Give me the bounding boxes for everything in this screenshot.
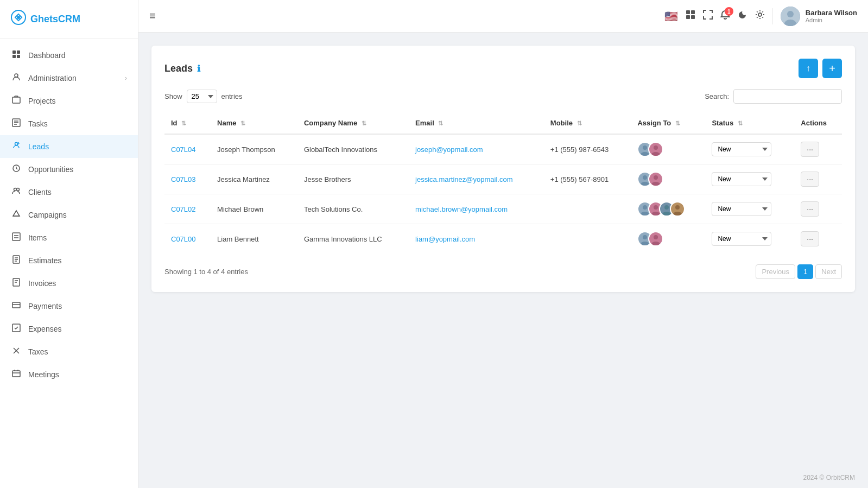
table-row: C07L03Jessica MartinezJesse Brothersjess… (164, 164, 842, 194)
sidebar-item-items[interactable]: Items (0, 226, 138, 249)
grid-icon[interactable] (686, 10, 695, 22)
footer-text: 2024 © OrbitCRM (803, 474, 855, 481)
svg-point-30 (641, 152, 649, 156)
more-actions-button-0[interactable]: ··· (801, 142, 819, 157)
lead-id-C07L03[interactable]: C07L03 (171, 175, 196, 183)
svg-point-46 (641, 242, 649, 245)
sidebar-item-taxes[interactable]: Taxes (0, 340, 138, 363)
lead-status-3[interactable]: NewContactedQualifiedConvertedLost (705, 224, 794, 254)
sidebar-item-clients[interactable]: Clients (0, 181, 138, 204)
svg-point-32 (651, 152, 660, 156)
show-entries: Show 10 25 50 100 entries (164, 90, 243, 103)
th-status[interactable]: Status ⇅ (705, 112, 794, 134)
lead-actions-1[interactable]: ··· (794, 164, 842, 194)
sidebar-item-estimates[interactable]: Estimates (0, 249, 138, 272)
logo-icon (11, 10, 26, 28)
sidebar-item-invoices[interactable]: Invoices (0, 272, 138, 295)
sidebar-item-tasks[interactable]: Tasks (0, 112, 138, 135)
svg-rect-24 (691, 15, 695, 19)
footer: 2024 © OrbitCRM (138, 467, 868, 488)
sidebar-label-projects: Projects (28, 97, 56, 105)
more-actions-button-3[interactable]: ··· (801, 231, 819, 246)
lead-email-0[interactable]: joseph@yopmail.com (415, 145, 483, 154)
svg-point-31 (654, 145, 658, 150)
search-input[interactable] (733, 89, 842, 104)
lead-id-C07L00[interactable]: C07L00 (171, 235, 196, 243)
lead-status-2[interactable]: NewContactedQualifiedConvertedLost (705, 194, 794, 224)
svg-point-34 (641, 182, 649, 186)
user-profile[interactable]: Barbara Wilson Admin (781, 7, 857, 26)
status-select-2[interactable]: NewContactedQualifiedConvertedLost (712, 202, 771, 216)
svg-point-36 (651, 182, 660, 186)
settings-icon[interactable] (755, 10, 765, 22)
show-label: Show (164, 92, 182, 100)
info-icon[interactable]: ℹ (197, 64, 200, 74)
lead-email-1[interactable]: jessica.martinez@yopmail.com (415, 175, 512, 183)
svg-point-39 (654, 205, 658, 210)
th-name[interactable]: Name ⇅ (211, 112, 297, 134)
sidebar-label-campaigns: Campaigns (28, 211, 67, 219)
lead-company-0: GlobalTech Innovations (297, 134, 409, 164)
sidebar-item-meetings[interactable]: Meetings (0, 363, 138, 386)
th-company[interactable]: Company Name ⇅ (297, 112, 409, 134)
th-mobile[interactable]: Mobile ⇅ (544, 112, 631, 134)
lead-email-2[interactable]: michael.brown@yopmail.com (415, 205, 508, 213)
assign-avatar (648, 172, 663, 187)
lead-name-1: Jessica Martinez (211, 164, 297, 194)
lead-id-C07L04[interactable]: C07L04 (171, 145, 196, 154)
sidebar-item-projects[interactable]: Projects (0, 90, 138, 112)
previous-button[interactable]: Previous (756, 264, 795, 279)
fullscreen-icon[interactable] (703, 10, 713, 22)
sidebar-item-campaigns[interactable]: Campaigns (0, 204, 138, 226)
lead-actions-0[interactable]: ··· (794, 134, 842, 164)
logo[interactable]: GhetsCRM (0, 0, 138, 39)
status-select-3[interactable]: NewContactedQualifiedConvertedLost (712, 232, 771, 246)
status-select-1[interactable]: NewContactedQualifiedConvertedLost (712, 172, 771, 186)
topbar: ≡ 🇺🇸 1 (138, 0, 868, 33)
sidebar-item-expenses[interactable]: Expenses (0, 318, 138, 340)
svg-point-9 (15, 143, 18, 145)
taxes-icon (11, 346, 22, 357)
svg-point-27 (787, 11, 794, 17)
lead-name-0: Joseph Thompson (211, 134, 297, 164)
lead-actions-2[interactable]: ··· (794, 194, 842, 224)
th-email[interactable]: Email ⇅ (409, 112, 544, 134)
sort-icon: ⇅ (438, 120, 443, 126)
next-button[interactable]: Next (815, 264, 842, 279)
lead-assign-3 (631, 224, 705, 254)
lead-actions-3[interactable]: ··· (794, 224, 842, 254)
page-1-button[interactable]: 1 (797, 264, 813, 279)
sidebar-item-payments[interactable]: Payments (0, 295, 138, 318)
upload-button[interactable]: ↑ (799, 59, 818, 78)
logo-text: GhetsCRM (30, 14, 80, 25)
lead-email-3[interactable]: liam@yopmail.com (415, 235, 475, 243)
more-actions-button-1[interactable]: ··· (801, 172, 819, 187)
sidebar-item-dashboard[interactable]: Dashboard (0, 44, 138, 67)
svg-rect-18 (12, 302, 20, 308)
svg-point-43 (675, 205, 680, 210)
campaigns-icon (11, 210, 22, 220)
lead-status-0[interactable]: NewContactedQualifiedConvertedLost (705, 134, 794, 164)
sidebar-item-administration[interactable]: Administration › (0, 67, 138, 90)
language-flag-icon[interactable]: 🇺🇸 (664, 10, 678, 23)
lead-status-1[interactable]: NewContactedQualifiedConvertedLost (705, 164, 794, 194)
more-actions-button-2[interactable]: ··· (801, 201, 819, 217)
assign-avatar (670, 201, 685, 217)
dark-mode-icon[interactable] (738, 10, 747, 22)
showing-text: Showing 1 to 4 of 4 entries (164, 268, 248, 276)
status-select-0[interactable]: NewContactedQualifiedConvertedLost (712, 142, 771, 156)
sidebar-item-opportunities[interactable]: Opportunities (0, 158, 138, 181)
sidebar-label-opportunities: Opportunities (28, 165, 73, 174)
svg-rect-7 (12, 97, 20, 103)
menu-toggle-icon[interactable]: ≡ (149, 10, 156, 22)
sidebar-item-leads[interactable]: Leads (0, 135, 138, 158)
meetings-icon (11, 369, 22, 380)
svg-rect-3 (17, 50, 20, 54)
th-assign_to[interactable]: Assign To ⇅ (631, 112, 705, 134)
notification-icon[interactable]: 1 (720, 10, 730, 22)
entries-per-page-select[interactable]: 10 25 50 100 (187, 90, 217, 103)
search-label: Search: (705, 92, 729, 100)
th-id[interactable]: Id ⇅ (164, 112, 211, 134)
lead-id-C07L02[interactable]: C07L02 (171, 205, 196, 213)
add-lead-button[interactable]: + (822, 59, 842, 78)
